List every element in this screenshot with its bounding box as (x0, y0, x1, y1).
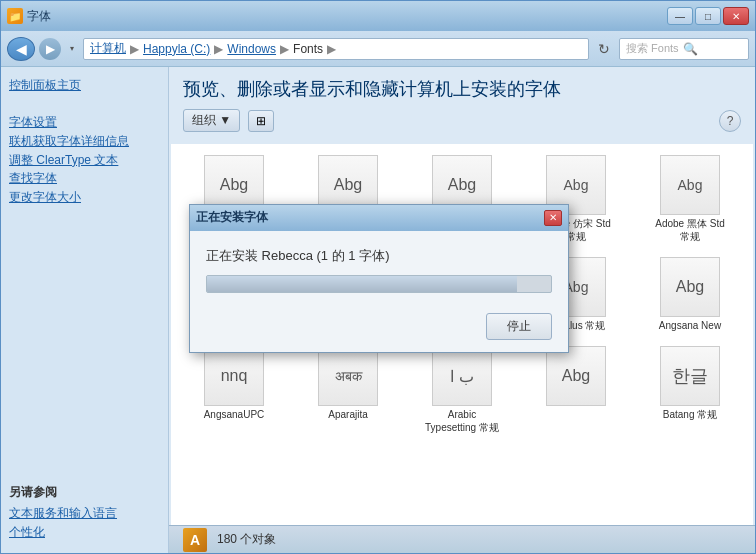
modal-title-bar: 正在安装字体 ✕ (190, 205, 568, 231)
modal-footer: 停止 (190, 305, 568, 352)
modal-close-button[interactable]: ✕ (544, 210, 562, 226)
main-window: 📁 字体 — □ ✕ ◀ ▶ ▾ 计算机 ▶ Happyla (C:) ▶ Wi… (0, 0, 756, 554)
modal-body: 正在安装 Rebecca (1 的 1 字体) (190, 231, 568, 305)
progress-bar-fill (207, 276, 517, 292)
install-dialog: 正在安装字体 ✕ 正在安装 Rebecca (1 的 1 字体) 停止 (189, 204, 569, 353)
progress-bar-container (206, 275, 552, 293)
install-progress-text: 正在安装 Rebecca (1 的 1 字体) (206, 247, 552, 265)
modal-title: 正在安装字体 (196, 209, 268, 226)
modal-overlay: 正在安装字体 ✕ 正在安装 Rebecca (1 的 1 字体) 停止 (1, 1, 756, 554)
stop-button[interactable]: 停止 (486, 313, 552, 340)
